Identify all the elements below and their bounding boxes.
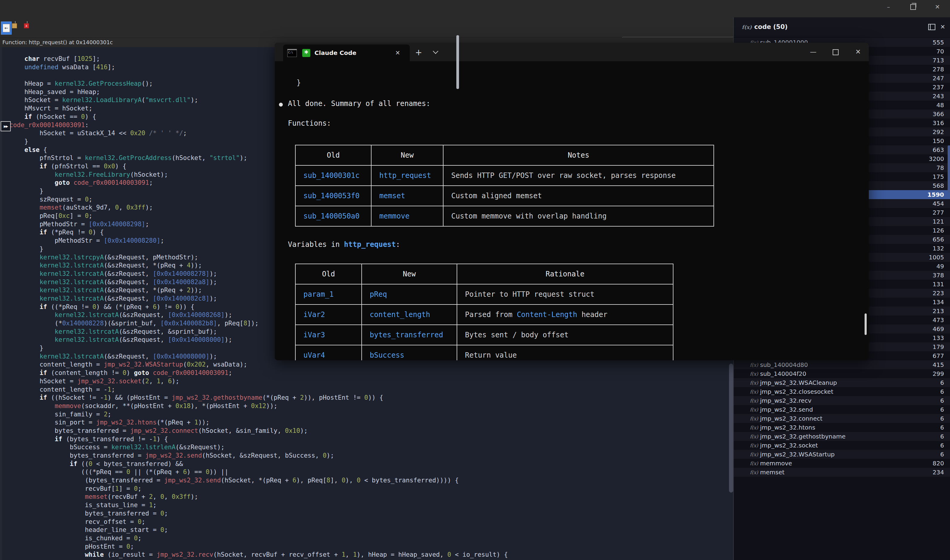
function-name: jmp_ws2_32.socket (760, 442, 818, 449)
window-back-icon: ← (3, 24, 10, 32)
code-line[interactable]: content_length = -1; (2, 386, 508, 394)
code-line[interactable]: memset(recvBuf + 2, 0, 0x3ff); (2, 493, 508, 501)
code-line[interactable]: recv_offset = 0; (2, 518, 508, 526)
new-name-cell: bytes_transferred (362, 325, 457, 345)
back-to-disassembly-button[interactable]: ← (1, 22, 12, 35)
code-line[interactable]: pHostEnt = 0; (2, 543, 508, 551)
function-size: 299 (933, 370, 944, 377)
maximize-icon (833, 49, 839, 55)
feature-map-scrollbar[interactable] (948, 145, 950, 192)
terminal-tab-title: Claude Code (314, 49, 356, 57)
function-name: sub_140004f20 (760, 370, 806, 377)
function-size: 6 (940, 442, 944, 449)
table-row: iVar3bytes_transferredBytes sent / body … (296, 325, 673, 345)
new-tab-button[interactable]: + (415, 48, 422, 57)
fx-icon: f(x) (750, 380, 760, 386)
table-header: New (371, 145, 443, 165)
current-position-marker-icon[interactable]: ▶▶ (1, 121, 11, 131)
function-size: 656 (933, 236, 944, 243)
function-size: 6 (940, 424, 944, 431)
function-size: 237 (933, 83, 944, 91)
code-line[interactable]: sin_family = 2; (2, 411, 508, 419)
code-line[interactable]: content_length = jmp_ws2_32.WSAStartup(0… (2, 361, 508, 369)
function-size: 213 (933, 308, 944, 315)
function-size: 6 (940, 388, 944, 395)
function-name: memmove (760, 460, 792, 467)
terminal-brace-line: } (297, 78, 301, 87)
panel-layout-icon[interactable] (928, 24, 935, 30)
function-size: 663 (933, 146, 944, 154)
function-row[interactable]: f(x)sub_140004f20299 (734, 369, 950, 378)
function-row[interactable]: f(x)jmp_ws2_32.send6 (734, 405, 950, 414)
function-row[interactable]: f(x)jmp_ws2_32.closesocket6 (734, 387, 950, 396)
code-line[interactable]: is_chunked = 0; (2, 534, 508, 543)
code-line[interactable]: memmove(sockaddr, **(pHostEnt + 0x18), *… (2, 402, 508, 411)
terminal-content[interactable]: } All done. Summary of all renames: Func… (275, 61, 869, 360)
code-line[interactable]: if ((hSocket != -1) && (pHostEnt = jmp_w… (2, 394, 508, 402)
code-pane-scrollbar[interactable] (456, 35, 459, 89)
function-name: sub_140004d80 (760, 361, 808, 368)
code-line[interactable]: if (content_length != 0) goto code_r0x00… (2, 369, 508, 377)
tab-dropdown-chevron-icon[interactable] (433, 48, 438, 54)
code-line[interactable]: if ((0 < bytes_transferred) && (2, 460, 508, 468)
tab-close-icon[interactable]: ✕ (395, 49, 400, 57)
function-row[interactable]: f(x)jmp_ws2_32.htons6 (734, 423, 950, 432)
function-size: 223 (933, 289, 944, 297)
fx-icon: f(x) (742, 24, 752, 30)
code-line[interactable]: recvBuf[1] = 0; (2, 485, 508, 493)
note-cell: Return value (457, 345, 673, 360)
panel-scrollbar[interactable] (729, 363, 733, 492)
function-size: 6 (940, 397, 944, 404)
code-line[interactable]: (((*pReq == 0 || (*(pReq + 6) == 0)) || (2, 468, 508, 477)
minimize-button[interactable]: – (882, 2, 895, 12)
paste-document-button[interactable] (15, 22, 25, 34)
close-document-button[interactable]: x (27, 22, 37, 34)
old-name-cell: sub_14000301c (296, 165, 371, 186)
function-row[interactable]: f(x)jmp_ws2_32.WSACleanup6 (734, 378, 950, 387)
terminal-maximize-button[interactable] (833, 49, 839, 55)
code-line[interactable]: while (io_result = jmp_ws2_32.recv(hSock… (2, 551, 508, 559)
function-row[interactable]: f(x)memmove820 (734, 459, 950, 468)
code-line[interactable]: bytes_transferred = jmp_ws2_32.send(hSoc… (2, 452, 508, 460)
close-button[interactable]: ✕ (931, 2, 944, 12)
fx-icon: f(x) (750, 443, 760, 448)
function-row[interactable]: f(x)jmp_ws2_32.recv6 (734, 396, 950, 405)
code-line[interactable]: is_status_line = 1; (2, 501, 508, 509)
function-row[interactable]: f(x)jmp_ws2_32.gethostbyname6 (734, 432, 950, 441)
variables-heading: Variables in http_request: (288, 240, 400, 249)
terminal-tab-bar: C:\ * Claude Code ✕ + — ✕ (275, 43, 869, 61)
function-row[interactable]: f(x)jmp_ws2_32.WSAStartup6 (734, 450, 950, 459)
function-row[interactable]: f(x)sub_140004d80415 (734, 360, 950, 369)
fx-icon: f(x) (750, 452, 760, 457)
fx-icon: f(x) (750, 362, 760, 368)
terminal-minimize-button[interactable]: — (810, 48, 816, 55)
code-line[interactable]: if (bytes_transferred != -1) { (2, 435, 508, 443)
table-row: sub_1400050a0memmoveCustom memmove with … (296, 206, 714, 226)
panel-close-icon[interactable]: ✕ (940, 25, 945, 29)
title-bar: – ✕ (0, 0, 950, 17)
code-line[interactable]: bSuccess = kernel32.lstrlenA(&szRequest)… (2, 443, 508, 452)
function-size: 131 (933, 281, 944, 288)
code-line[interactable]: hSocket = jmp_ws2_32.socket(2, 1, 6); (2, 377, 508, 386)
note-cell: Sends HTTP GET/POST over raw socket, par… (443, 165, 714, 186)
done-bullet-icon (279, 103, 283, 106)
code-line[interactable]: bytes_transferred = jmp_ws2_32.connect(h… (2, 427, 508, 435)
fx-icon: f(x) (750, 407, 760, 412)
fx-icon: f(x) (750, 469, 760, 475)
note-cell: Custom aligned memset (443, 186, 714, 206)
code-line[interactable]: sin_port = jmp_ws2_32.htons(*(pReq + 1))… (2, 418, 508, 427)
code-line[interactable]: header_line_start = 0; (2, 526, 508, 534)
table-row: sub_1400053f0memsetCustom aligned memset (296, 186, 714, 206)
table-row: uVar4bSuccessReturn value (296, 345, 673, 360)
code-line[interactable]: bytes_transferred = 0; (2, 509, 508, 518)
terminal-close-button[interactable]: ✕ (855, 48, 861, 55)
function-row[interactable]: f(x)jmp_ws2_32.connect6 (734, 414, 950, 423)
terminal-tab[interactable]: C:\ * Claude Code ✕ (283, 45, 410, 61)
restore-button[interactable] (906, 2, 920, 12)
code-line[interactable]: (bytes_transferred = jmp_ws2_32.send(hSo… (2, 477, 508, 485)
toolbar: ← x bot.exe.Direct download ⇅ ← → Source… (0, 17, 733, 38)
function-row[interactable]: f(x)jmp_ws2_32.socket6 (734, 441, 950, 450)
old-name-cell: param_1 (296, 284, 362, 305)
terminal-scrollbar[interactable] (865, 314, 867, 335)
function-row[interactable]: f(x)memset234 (734, 468, 950, 477)
